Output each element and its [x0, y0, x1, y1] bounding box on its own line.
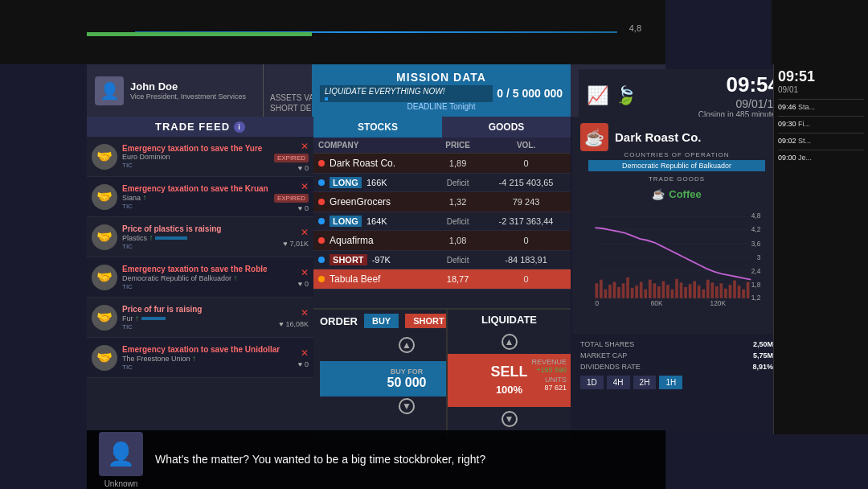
- stock-price-cell: Deficit: [434, 174, 481, 192]
- table-row[interactable]: LONG 166K Deficit -4 215 403,65: [313, 174, 571, 192]
- time-2h-button[interactable]: 2H: [633, 376, 657, 389]
- svg-rect-43: [724, 289, 727, 298]
- table-row[interactable]: Aquafirma 1,08 0: [313, 231, 571, 251]
- short-button[interactable]: SHORT: [405, 314, 452, 328]
- trade-sub: Siana ↑: [122, 193, 274, 202]
- stock-chart: 4,8 4,2 3,6 3 2,4 1,8 1,2: [584, 209, 769, 306]
- company-name: Dark Roast Co.: [615, 130, 702, 144]
- stock-company-cell: Aquafirma: [313, 231, 434, 251]
- trade-content: Price of fur is raising Fur ↑ TIC: [122, 305, 279, 331]
- trade-sub: Democratic Republic of Balkuador ↑: [122, 273, 298, 282]
- trade-title: Price of plastics is raising: [122, 224, 283, 233]
- trade-item[interactable]: 🤝 Emergency taxation to save the Unidoll…: [87, 338, 313, 378]
- info-icon: i: [234, 121, 245, 133]
- market-cap-value: 5,75M: [753, 351, 773, 360]
- position-val: 164K: [366, 216, 387, 226]
- order-title: ORDER: [320, 315, 358, 327]
- table-row[interactable]: SHORT -97K Deficit -84 183,91: [313, 251, 571, 269]
- liquidate-decrement[interactable]: ▼: [502, 411, 518, 427]
- dialog-bar: 👤 Unknown What's the matter? You wanted …: [87, 430, 665, 489]
- green-indicator-bar: [87, 32, 312, 36]
- trade-item[interactable]: 🤝 Emergency taxation to save the Kruan S…: [87, 177, 313, 217]
- time-1h-button[interactable]: 1H: [659, 376, 682, 389]
- svg-rect-33: [680, 282, 683, 298]
- trade-item[interactable]: 🤝 Emergency taxation to save the Yure Eu…: [87, 137, 313, 177]
- mission-title: MISSION DATA: [396, 71, 486, 84]
- log-text: Je...: [798, 154, 812, 162]
- stock-price-cell: Deficit: [434, 251, 481, 269]
- svg-rect-34: [684, 287, 687, 298]
- buy-button[interactable]: BUY: [364, 314, 399, 328]
- trade-title: Emergency taxation to save the Yure: [122, 144, 274, 153]
- svg-rect-22: [631, 288, 634, 298]
- trade-sub: Fur ↑: [122, 314, 279, 323]
- increment-button[interactable]: ▲: [399, 337, 415, 353]
- stock-deficit-cell: -4 215 403,65: [481, 174, 571, 192]
- trade-title: Emergency taxation to save the Unidollar: [122, 345, 298, 354]
- svg-rect-42: [720, 283, 723, 298]
- table-row[interactable]: Tabula Beef 18,77 0: [313, 269, 571, 290]
- table-row[interactable]: GreenGrocers 1,32 79 243: [313, 192, 571, 212]
- trade-item[interactable]: 🤝 Emergency taxation to save the Roble D…: [87, 257, 313, 298]
- trade-title: Emergency taxation to save the Kruan: [122, 184, 274, 193]
- trade-content: Emergency taxation to save the Roble Dem…: [122, 265, 298, 290]
- stock-vol-cell: 79 243: [481, 192, 571, 212]
- trade-avatar: 🤝: [92, 184, 117, 210]
- liquidate-units-value: 87 621: [531, 384, 567, 392]
- tab-goods[interactable]: GOODS: [442, 117, 571, 138]
- progress-mini: [155, 236, 187, 240]
- trade-sub: Euro Dominion: [122, 153, 274, 161]
- close-icon[interactable]: ✕: [301, 141, 309, 152]
- liquidate-increment[interactable]: ▲: [502, 334, 518, 350]
- svg-text:1,8: 1,8: [751, 281, 761, 289]
- decrement-button[interactable]: ▼: [399, 398, 415, 414]
- stock-company-cell: SHORT -97K: [313, 251, 434, 269]
- leaf-icon: 🍃: [615, 85, 637, 106]
- close-icon[interactable]: ✕: [301, 181, 309, 192]
- trade-feed-section: TRADE FEED i 🤝 Emergency taxation to sav…: [87, 117, 313, 434]
- user-name: John Doe: [130, 80, 246, 92]
- close-icon[interactable]: ✕: [301, 347, 309, 359]
- svg-rect-38: [702, 290, 705, 298]
- long-badge: LONG: [330, 216, 362, 227]
- svg-rect-40: [710, 282, 714, 298]
- heart-row: ♥ 0: [298, 360, 309, 368]
- time-4h-button[interactable]: 4H: [607, 376, 630, 389]
- svg-rect-24: [640, 281, 643, 298]
- svg-text:1,2: 1,2: [751, 294, 761, 302]
- close-icon[interactable]: ✕: [301, 307, 309, 318]
- far-right-clock-date: 09/01: [778, 85, 864, 94]
- monitor-value: 4,8: [629, 23, 641, 33]
- log-time: 09:46: [778, 103, 796, 111]
- indicator-icon: [318, 257, 325, 263]
- table-row[interactable]: LONG 164K Deficit -2 317 363,44: [313, 212, 571, 231]
- stock-vol-cell: 0: [481, 231, 571, 251]
- tab-stocks[interactable]: STOCKS: [313, 117, 442, 138]
- trade-item[interactable]: 🤝 Price of plastics is raising Plastics …: [87, 217, 313, 257]
- table-row[interactable]: Dark Roast Co. 1,89 0: [313, 154, 571, 174]
- total-shares-row: TOTAL SHARES 2,50M: [580, 340, 773, 348]
- liquidate-text: LIQUIDATE EVERYTHING NOW!: [325, 87, 488, 96]
- trade-actions: ✕ ♥ 16,08K: [279, 307, 309, 328]
- revenue-up-value: +165 590: [531, 366, 567, 374]
- svg-rect-18: [613, 281, 616, 298]
- close-icon[interactable]: ✕: [301, 267, 309, 278]
- stock-vol-cell: 0: [481, 154, 571, 174]
- svg-rect-19: [617, 287, 620, 298]
- clock-date: 09/01/19: [698, 97, 780, 110]
- total-shares-label: TOTAL SHARES: [580, 340, 634, 348]
- bg-top-left: [0, 0, 87, 64]
- tic-label: TIC: [122, 162, 274, 169]
- company-info-panel: ☕ Dark Roast Co. COUNTRIES OF OPERATION …: [572, 117, 781, 210]
- log-text: St...: [798, 137, 811, 145]
- time-1d-button[interactable]: 1D: [580, 376, 604, 389]
- indicator-icon: [318, 276, 325, 282]
- avatar: 👤: [95, 76, 124, 105]
- log-text: Fi...: [798, 120, 810, 128]
- stock-name: Tabula Beef: [330, 273, 380, 285]
- svg-rect-28: [657, 286, 661, 298]
- svg-rect-20: [622, 283, 625, 298]
- trade-item[interactable]: 🤝 Price of fur is raising Fur ↑ TIC ✕ ♥ …: [87, 298, 313, 338]
- close-icon[interactable]: ✕: [301, 227, 309, 238]
- market-cap-row: MARKET CAP 5,75M: [580, 351, 773, 360]
